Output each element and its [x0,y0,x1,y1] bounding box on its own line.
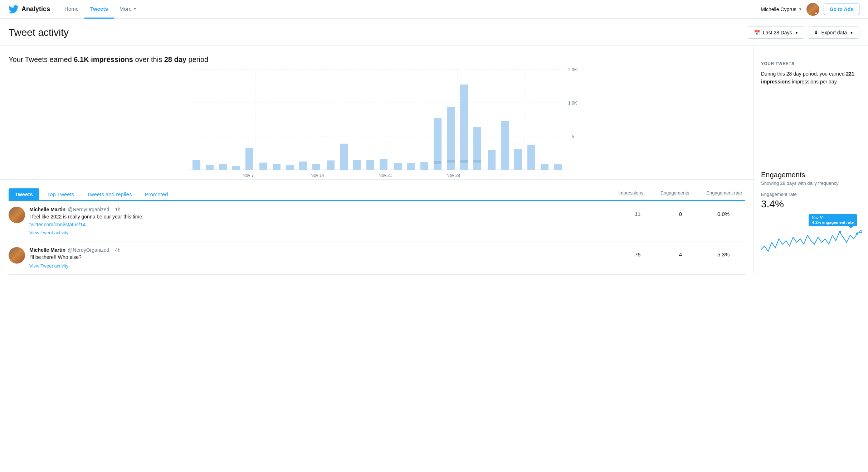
days-value: 28 day [164,56,186,63]
navbar: Analytics Home Tweets More ▼ Michelle Cy… [0,0,868,19]
your-tweets-title: YOUR TWEETS [761,61,861,66]
svg-rect-25 [407,163,415,170]
view-tweet-activity-link[interactable]: View Tweet activity [29,230,68,235]
svg-rect-26 [420,162,428,170]
impressions-value: 6.1K [74,56,89,63]
svg-text:2.0K: 2.0K [568,67,577,72]
svg-rect-34 [527,145,535,170]
avatar [9,247,25,264]
nav-username: Michelle Cyprus [761,6,796,12]
impressions-per-day: 221 [846,71,854,77]
page-header: Tweet activity 📅 Last 28 Days ▼ ⬇ Export… [0,19,868,45]
summary-section: Your Tweets earned 6.1K impressions over… [0,45,754,69]
export-data-label: Export data [821,30,847,35]
svg-rect-18 [312,164,320,170]
right-sidebar: YOUR TWEETS During this 28 day period, y… [754,45,868,275]
svg-rect-14 [259,163,267,170]
engagement-sparkline [761,223,861,262]
tweet-engagement-rate: 0.0% [702,211,745,217]
engagement-rate-label: Engagement rate [761,192,861,197]
page-header-actions: 📅 Last 28 Days ▼ ⬇ Export data ▼ [748,27,859,39]
svg-point-50 [860,231,862,233]
tweet-name: Michelle Martin [29,247,65,253]
chevron-down-icon-export: ▼ [850,31,853,35]
impressions-per-day-label: impressions [761,79,790,85]
tab-top-tweets[interactable]: Top Tweets [41,188,81,200]
tweet-handle: @NerdyOrganized [68,247,109,253]
engagements-subtitle: Showing 28 days with daily frequency [761,180,861,186]
tweet-time: 4h [115,247,121,253]
summary-text: Your Tweets earned 6.1K impressions over… [9,56,745,64]
tweet-link[interactable]: twitter.com/cnni/status/14... [29,222,90,227]
svg-point-48 [839,231,841,233]
svg-text:5: 5 [572,134,574,139]
svg-text:Nov 28: Nov 28 [447,173,460,178]
nav-link-more[interactable]: More ▼ [114,0,142,19]
svg-rect-12 [232,166,240,170]
your-tweets-text: During this 28 day period, you earned 22… [761,70,861,86]
nav-avatar[interactable]: ▼ [806,3,819,16]
svg-rect-10 [206,165,214,170]
tabs-section: Tweets Top Tweets Tweets and replies Pro… [0,179,754,201]
export-data-button[interactable]: ⬇ Export data ▼ [808,27,859,39]
svg-text:Nov 7: Nov 7 [243,173,254,178]
svg-rect-39 [460,160,468,163]
svg-rect-32 [501,121,509,170]
tweet-stats: 76 4 5.3% [616,247,745,257]
tweet-body: Michelle Martin @NerdyOrganized · 4h I'l… [29,247,612,269]
col-header-engagement-rate[interactable]: Engagement rate [706,190,742,196]
tweet-body: Michelle Martin @NerdyOrganized · 1h I f… [29,207,612,235]
nav-logo [9,4,19,14]
tweet-engagements: 4 [659,251,702,257]
avatar-chevron-icon: ▼ [814,11,818,15]
main-content: Your Tweets earned 6.1K impressions over… [0,45,868,275]
svg-text:Nov 21: Nov 21 [379,173,392,178]
table-row: Michelle Martin @NerdyOrganized · 4h I'l… [9,241,745,275]
tabs-row: Tweets Top Tweets Tweets and replies Pro… [9,188,745,201]
svg-rect-11 [219,164,227,170]
svg-rect-40 [473,160,481,163]
tweet-handle: @NerdyOrganized [68,207,109,212]
svg-rect-23 [380,159,387,170]
engagements-title: Engagements [761,171,861,179]
divider [761,165,861,165]
view-tweet-activity-link[interactable]: View Tweet activity [29,263,68,269]
svg-rect-22 [366,160,374,170]
twitter-logo-icon [9,4,19,14]
nav-link-home[interactable]: Home [59,0,84,19]
chevron-down-icon-period: ▼ [795,31,799,35]
svg-rect-9 [192,160,200,170]
col-header-engagements[interactable]: Engagements [660,190,689,196]
tweet-engagements: 0 [659,211,702,217]
nav-user[interactable]: Michelle Cyprus ▼ [761,6,802,12]
tweet-impressions: 76 [616,251,659,257]
svg-rect-37 [434,161,442,164]
engagement-chart: Nov 30 4.2% engagement rate [761,214,861,263]
chevron-down-icon: ▼ [133,7,137,11]
nav-link-tweets[interactable]: Tweets [84,0,114,19]
go-to-ads-button[interactable]: Go to Ads [824,4,859,15]
tab-tweets-and-replies[interactable]: Tweets and replies [81,188,138,200]
tweet-engagement-rate: 5.3% [702,251,745,257]
svg-rect-15 [273,164,281,170]
last-28-days-label: Last 28 Days [763,30,792,35]
tweet-stats: 11 0 0.0% [616,207,745,217]
nav-title: Analytics [21,5,50,13]
svg-rect-29 [460,85,468,170]
tweet-dot: · [111,207,113,212]
svg-text:Nov 14: Nov 14 [311,173,324,178]
your-tweets-section: YOUR TWEETS During this 28 day period, y… [761,54,861,86]
tweet-text: I'll be there!! Who else? [29,254,612,261]
svg-rect-20 [340,144,348,170]
svg-rect-21 [353,160,361,170]
tab-tweets[interactable]: Tweets [9,188,39,200]
tweet-dot: · [111,247,113,253]
last-28-days-button[interactable]: 📅 Last 28 Days ▼ [748,27,805,39]
col-header-impressions[interactable]: Impressions [618,190,643,196]
engagements-section: Engagements Showing 28 days with daily f… [761,171,861,263]
tab-promoted[interactable]: Promoted [138,188,174,200]
tweet-text: I feel like 2022 is really gonna be our … [29,213,612,221]
svg-text:1.0K: 1.0K [568,101,577,106]
svg-point-49 [856,232,858,235]
svg-rect-16 [286,165,294,170]
